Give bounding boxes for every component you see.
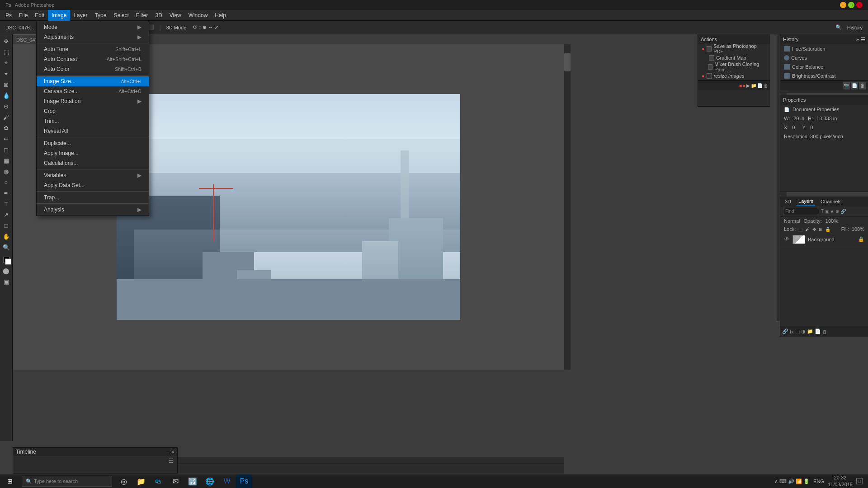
timeline-collapse[interactable]: –	[166, 449, 170, 455]
menu-adjustments[interactable]: Adjustments ▶	[37, 32, 149, 42]
menu-calculations[interactable]: Calculations...	[37, 158, 149, 168]
layers-filter-icons[interactable]: T ▣ ★ ⊕ 🔗	[821, 209, 846, 214]
taskbar-word[interactable]: W	[219, 474, 235, 488]
lock-transparency[interactable]: ⬚	[798, 227, 802, 232]
menu-filter[interactable]: Filter	[132, 10, 152, 21]
menu-file[interactable]: File	[15, 10, 31, 21]
history-item-3[interactable]: Color Balance	[780, 62, 868, 71]
taskbar-file-explorer[interactable]: 📁	[133, 474, 149, 488]
add-adjustment-button[interactable]: ◑	[801, 328, 806, 334]
history-expand[interactable]: »	[856, 37, 859, 42]
menu-variables[interactable]: Variables ▶	[37, 170, 149, 180]
tab-channels[interactable]: Channels	[819, 198, 843, 205]
action-item-2[interactable]: Gradient Map	[698, 53, 770, 62]
history-new-snapshot[interactable]: 📷	[843, 82, 850, 89]
screen-mode-tool[interactable]: ▣	[1, 277, 11, 286]
menu-mode[interactable]: Mode ▶	[37, 22, 149, 32]
menu-trap[interactable]: Trap...	[37, 192, 149, 202]
history-delete[interactable]: 🗑	[859, 82, 866, 89]
shape-tool[interactable]: □	[1, 221, 11, 230]
notification-area[interactable]: □	[856, 478, 863, 484]
menu-auto-contrast[interactable]: Auto Contrast Alt+Shift+Ctrl+L	[37, 54, 149, 64]
menu-duplicate[interactable]: Duplicate...	[37, 138, 149, 148]
timeline-menu[interactable]: ☰	[169, 458, 174, 464]
eyedropper-tool[interactable]: 💧	[1, 90, 11, 100]
path-select-tool[interactable]: ↗	[1, 210, 11, 220]
hand-tool[interactable]: ✋	[1, 231, 11, 241]
menu-view[interactable]: View	[166, 10, 185, 21]
layers-search-input[interactable]	[783, 208, 819, 215]
quick-mask-tool[interactable]: ⬤	[1, 266, 11, 276]
menu-type[interactable]: Type	[91, 10, 110, 21]
tab-layers[interactable]: Layers	[797, 197, 815, 206]
pen-tool[interactable]: ✒	[1, 188, 11, 198]
history-item-2[interactable]: Curves	[780, 53, 868, 62]
menu-auto-color[interactable]: Auto Color Shift+Ctrl+B	[37, 64, 149, 74]
add-fx-button[interactable]: fx	[790, 329, 794, 334]
add-group-button[interactable]: 📁	[807, 328, 813, 334]
menu-crop[interactable]: Crop	[37, 106, 149, 116]
toolbar-3d-icons[interactable]: ⟳ ↕ ⊕ ↔ ⤢	[191, 23, 220, 31]
action-item-4[interactable]: ● resize images	[698, 71, 770, 80]
magic-wand-tool[interactable]: ✦	[1, 69, 11, 79]
blur-tool[interactable]: ◍	[1, 166, 11, 176]
menu-select[interactable]: Select	[110, 10, 132, 21]
layer-visibility[interactable]: 👁	[784, 236, 790, 243]
add-mask-button[interactable]: ⬚	[795, 328, 800, 334]
add-link-button[interactable]: 🔗	[782, 328, 788, 334]
menu-image-size[interactable]: Image Size... Alt+Ctrl+I	[37, 76, 149, 86]
opacity-value[interactable]: 100%	[826, 218, 838, 224]
taskbar-ps[interactable]: Ps	[236, 474, 252, 488]
action-item-3[interactable]: Mixer Brush Cloning Paint ...	[698, 62, 770, 71]
heal-tool[interactable]: ⊕	[1, 101, 11, 111]
actions-new-set[interactable]: 📁	[751, 83, 756, 88]
taskbar-store[interactable]: 🛍	[150, 474, 166, 488]
timeline-close[interactable]: ×	[171, 449, 175, 455]
actions-record[interactable]: ●	[743, 83, 745, 88]
dodge-tool[interactable]: ○	[1, 177, 11, 187]
history-label[interactable]: History	[845, 24, 864, 31]
taskbar-calc[interactable]: 🔢	[184, 474, 201, 488]
menu-trim[interactable]: Trim...	[37, 116, 149, 126]
history-menu[interactable]: ☰	[861, 37, 865, 42]
zoom-tool[interactable]: 🔍	[1, 242, 11, 252]
foreground-color[interactable]	[1, 255, 11, 265]
history-new-doc[interactable]: 📄	[851, 82, 858, 89]
lock-move[interactable]: ✥	[812, 227, 816, 232]
menu-edit[interactable]: Edit	[31, 10, 48, 21]
start-button[interactable]: ⊞	[0, 474, 20, 488]
move-tool[interactable]: ✥	[1, 36, 11, 46]
taskbar-mail[interactable]: ✉	[167, 474, 184, 488]
menu-reveal-all[interactable]: Reveal All	[37, 126, 149, 136]
history-item-4[interactable]: Brightness/Contrast	[780, 71, 868, 80]
taskbar-search[interactable]: 🔍 Type here to search	[22, 476, 112, 487]
selection-tool[interactable]: ⬚	[1, 47, 11, 57]
lock-brush[interactable]: 🖌	[805, 227, 810, 232]
add-layer-button[interactable]: 📄	[815, 328, 821, 334]
vertical-scrollbar[interactable]	[564, 44, 571, 370]
menu-analysis[interactable]: Analysis ▶	[37, 205, 149, 215]
blend-mode-label[interactable]: Normal	[784, 218, 800, 224]
taskbar-chrome[interactable]: 🌐	[202, 474, 218, 488]
history-brush-tool[interactable]: ↩	[1, 134, 11, 144]
layer-background[interactable]: 👁 Background 🔒	[780, 233, 868, 246]
tab-3d[interactable]: 3D	[783, 198, 793, 205]
actions-stop[interactable]: ■	[739, 83, 742, 88]
maximize-button[interactable]: □	[848, 2, 854, 8]
text-tool[interactable]: T	[1, 199, 11, 209]
menu-3d[interactable]: 3D	[151, 10, 165, 21]
search-icon[interactable]: 🔍	[834, 23, 844, 31]
menu-apply-data-set[interactable]: Apply Data Set...	[37, 180, 149, 190]
crop-tool[interactable]: ⊠	[1, 80, 11, 89]
gradient-tool[interactable]: ▦	[1, 155, 11, 165]
menu-image[interactable]: Image	[48, 10, 70, 21]
actions-new-action[interactable]: 📄	[757, 83, 763, 88]
menu-layer[interactable]: Layer	[70, 10, 91, 21]
minimize-button[interactable]: –	[840, 2, 846, 8]
lock-all[interactable]: 🔒	[825, 227, 830, 232]
menu-window[interactable]: Window	[185, 10, 212, 21]
menu-help[interactable]: Help	[211, 10, 230, 21]
close-button[interactable]: ×	[856, 2, 863, 8]
action-item-1[interactable]: ● Save as Photoshop PDF	[698, 44, 770, 53]
lasso-tool[interactable]: ⌖	[1, 58, 11, 68]
